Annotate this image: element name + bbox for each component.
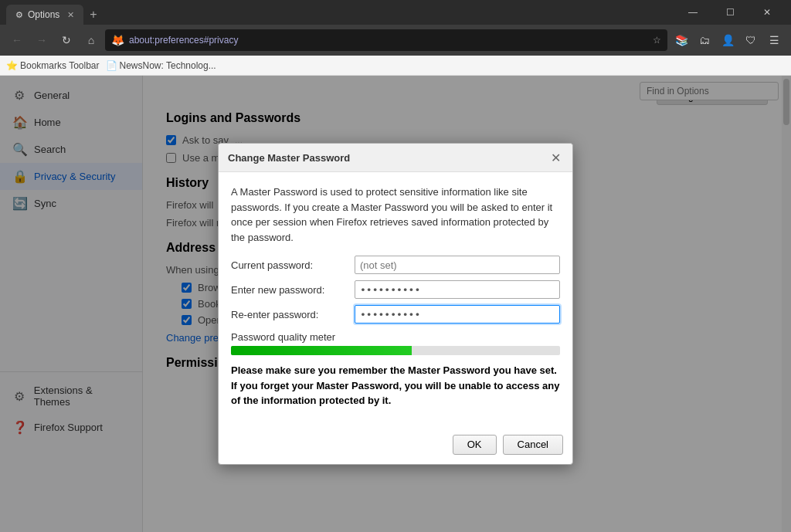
dialog-footer: OK Cancel	[219, 429, 572, 464]
newsnow-icon: 📄	[106, 60, 117, 71]
quality-label: Password quality meter	[231, 331, 560, 343]
current-password-row: Current password:	[231, 256, 560, 274]
cancel-button[interactable]: Cancel	[503, 435, 563, 455]
new-password-label: Enter new password:	[231, 284, 355, 296]
firefox-icon: 🦊	[111, 34, 124, 46]
modal-overlay: Change Master Password ✕ A Master Passwo…	[0, 76, 791, 532]
dialog-body: A Master Password is used to protect sen…	[219, 172, 572, 429]
address-bar[interactable]: 🦊 about:preferences#privacy ☆	[105, 29, 667, 51]
window-controls: — ☐ ✕	[675, 0, 785, 25]
url-text: about:preferences#privacy	[129, 35, 648, 46]
newsnow-label: NewsNow: Technolog...	[120, 60, 216, 71]
reenter-password-row: Re-enter password:	[231, 305, 560, 324]
bookmarks-toolbar-icon: ⭐	[6, 60, 18, 71]
reload-button[interactable]: ↻	[56, 29, 77, 51]
new-password-row: Enter new password:	[231, 280, 560, 299]
nav-right-controls: 📚 🗂 👤 🛡 ☰	[670, 29, 785, 51]
account-button[interactable]: 👤	[717, 29, 738, 51]
menu-button[interactable]: ☰	[763, 29, 785, 51]
shield-button[interactable]: 🛡	[740, 29, 762, 51]
quality-bar-fill	[231, 346, 412, 355]
home-button[interactable]: ⌂	[80, 29, 102, 51]
dialog-header: Change Master Password ✕	[219, 144, 572, 172]
warning-text: Please make sure you remember the Master…	[231, 363, 560, 408]
current-password-label: Current password:	[231, 259, 355, 271]
new-tab-button[interactable]: +	[83, 5, 103, 25]
change-master-password-dialog: Change Master Password ✕ A Master Passwo…	[218, 143, 573, 465]
ok-button[interactable]: OK	[453, 435, 497, 455]
maximize-button[interactable]: ☐	[712, 0, 748, 25]
newsnow-bookmark-item[interactable]: 📄 NewsNow: Technolog...	[106, 60, 216, 71]
nav-bar: ← → ↻ ⌂ 🦊 about:preferences#privacy ☆ 📚 …	[0, 25, 791, 56]
bookmark-star-button[interactable]: ☆	[653, 35, 661, 46]
password-quality-section: Password quality meter	[231, 331, 560, 355]
library-button[interactable]: 📚	[670, 29, 692, 51]
reenter-password-input[interactable]	[355, 305, 560, 324]
synced-tabs-button[interactable]: 🗂	[694, 29, 715, 51]
tab-title: Options	[28, 9, 59, 20]
tab-close-button[interactable]: ✕	[67, 10, 74, 20]
quality-bar-container	[231, 346, 560, 355]
title-bar: ⚙ Options ✕ + — ☐ ✕	[0, 0, 791, 25]
new-password-input[interactable]	[355, 280, 560, 299]
forward-button[interactable]: →	[31, 29, 53, 51]
tab-settings-icon: ⚙	[15, 10, 23, 20]
tab-bar: ⚙ Options ✕ +	[6, 0, 672, 25]
bookmarks-toolbar-label: Bookmarks Toolbar	[20, 60, 100, 71]
options-tab[interactable]: ⚙ Options ✕	[6, 5, 83, 25]
back-button[interactable]: ←	[6, 29, 28, 51]
bookmarks-bar: ⭐ Bookmarks Toolbar 📄 NewsNow: Technolog…	[0, 56, 791, 76]
content-area: ⚙ General 🏠 Home 🔍 Search 🔒 Privacy & Se…	[0, 76, 791, 532]
reenter-password-label: Re-enter password:	[231, 309, 355, 320]
dialog-description: A Master Password is used to protect sen…	[231, 185, 560, 245]
close-button[interactable]: ✕	[749, 0, 785, 25]
bookmarks-toolbar-item[interactable]: ⭐ Bookmarks Toolbar	[6, 60, 100, 71]
dialog-close-button[interactable]: ✕	[548, 150, 563, 165]
dialog-title: Change Master Password	[228, 152, 350, 164]
minimize-button[interactable]: —	[675, 0, 711, 25]
current-password-input[interactable]	[355, 256, 560, 274]
